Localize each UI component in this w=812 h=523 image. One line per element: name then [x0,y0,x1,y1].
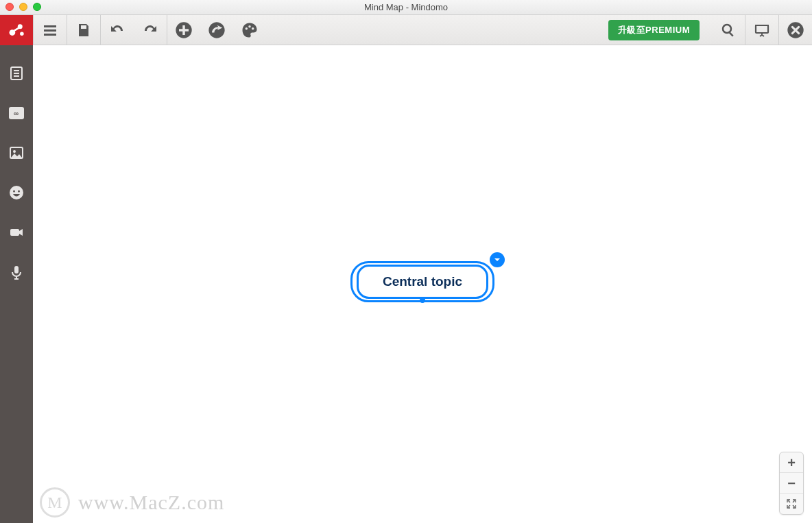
menu-button[interactable] [39,19,61,41]
svg-point-3 [20,32,24,36]
svg-point-11 [246,27,248,29]
save-button[interactable] [73,19,95,41]
svg-rect-17 [755,25,769,26]
svg-point-12 [248,25,251,28]
audio-button[interactable] [6,262,27,282]
add-topic-button[interactable] [173,19,195,41]
chevron-down-icon [494,256,501,263]
mindmap-canvas[interactable]: Central topic + − M www.MacZ.com [33,45,812,523]
svg-rect-15 [728,32,733,36]
svg-rect-16 [756,25,768,33]
image-button[interactable] [6,143,27,163]
central-topic-text: Central topic [383,274,462,289]
image-icon [8,145,25,161]
svg-rect-6 [44,34,56,36]
minus-icon: − [787,476,796,490]
watermark-text: www.MacZ.com [78,491,224,514]
plus-circle-icon [174,21,193,40]
hyperlink-button[interactable]: ∞ [6,103,27,123]
watermark-badge: M [40,487,70,518]
redo-icon [142,22,158,38]
window-close-button[interactable] [5,3,14,11]
left-sidebar: ∞ [0,45,33,523]
emoji-button[interactable] [6,182,27,203]
search-icon [720,22,737,38]
node-dropdown-button[interactable] [490,252,505,267]
palette-icon [240,21,259,40]
central-topic-node[interactable]: Central topic [357,265,488,299]
close-circle-icon [786,21,805,40]
svg-point-26 [13,191,15,193]
window-titlebar: Mind Map - Mindomo [0,0,812,15]
svg-rect-2 [14,27,20,32]
zoom-in-button[interactable]: + [780,452,803,473]
window-title: Mind Map - Mindomo [364,2,448,12]
link-icon: ∞ [9,107,24,119]
svg-point-27 [18,191,20,193]
svg-rect-9 [179,29,189,32]
svg-rect-28 [10,229,19,236]
undo-icon [109,22,126,38]
upgrade-premium-label: 升級至PREMIUM [618,24,690,36]
notes-button[interactable] [6,63,27,84]
window-maximize-button[interactable] [33,3,41,11]
node-connector-handle[interactable] [420,297,425,303]
svg-point-13 [252,27,254,29]
svg-rect-29 [14,266,19,273]
presentation-icon [754,22,770,38]
fit-to-screen-button[interactable] [780,494,803,514]
zoom-controls: + − [779,452,804,515]
zoom-out-button[interactable]: − [780,473,803,494]
search-button[interactable] [712,15,745,45]
upgrade-premium-button[interactable]: 升級至PREMIUM [608,20,700,40]
main-toolbar: 升級至PREMIUM [0,15,812,45]
undo-button[interactable] [106,19,128,41]
present-button[interactable] [745,15,778,45]
svg-rect-5 [44,29,56,32]
redo-button[interactable] [139,19,161,41]
notes-icon [8,65,25,82]
svg-point-25 [10,186,23,199]
add-relationship-button[interactable] [206,19,228,41]
smiley-icon [8,184,25,201]
app-logo[interactable] [0,15,33,45]
svg-point-24 [13,150,16,153]
video-button[interactable] [6,222,27,243]
close-panel-button[interactable] [779,15,812,45]
watermark: M www.MacZ.com [40,487,224,518]
plus-icon: + [787,456,796,470]
svg-rect-4 [44,25,56,27]
save-icon [75,22,92,38]
microphone-icon [8,264,25,280]
menu-icon [42,22,58,38]
fit-screen-icon [786,498,797,509]
window-controls [5,3,41,11]
theme-button[interactable] [239,19,261,41]
relationship-icon [207,21,226,40]
window-minimize-button[interactable] [19,3,27,11]
video-icon [8,224,25,241]
